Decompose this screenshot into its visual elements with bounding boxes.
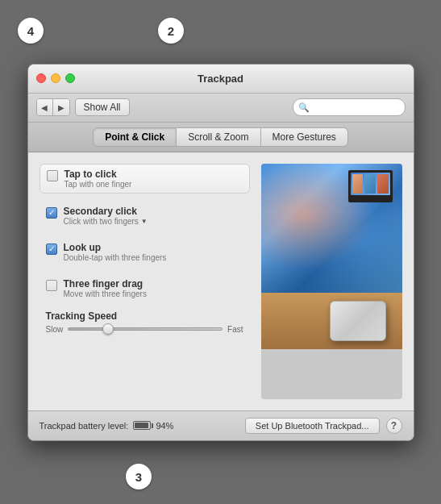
tracking-slider-track[interactable] bbox=[68, 327, 223, 331]
battery-label: Trackpad battery level: bbox=[40, 421, 129, 431]
three-finger-drag-checkbox-wrap bbox=[46, 280, 57, 291]
tap-to-click-checkbox-wrap bbox=[47, 170, 58, 181]
trackpad-window: Trackpad ◀ ▶ Show All 🔍 Point & Click Sc… bbox=[27, 64, 414, 441]
close-button[interactable] bbox=[36, 73, 46, 83]
secondary-click-desc: Click with two fingers ▼ bbox=[64, 217, 148, 226]
search-icon: 🔍 bbox=[298, 102, 310, 113]
tab-scroll-zoom[interactable]: Scroll & Zoom bbox=[177, 127, 260, 147]
three-finger-drag-title: Three finger drag bbox=[64, 278, 147, 289]
look-up-desc: Double-tap with three fingers bbox=[64, 253, 167, 262]
look-up-text: Look up Double-tap with three fingers bbox=[64, 242, 167, 262]
tracking-slider-thumb[interactable] bbox=[102, 323, 114, 335]
trackpad-image-panel bbox=[261, 164, 402, 399]
bottom-buttons: Set Up Bluetooth Trackpad... ? bbox=[245, 418, 402, 434]
battery-percentage: 94% bbox=[156, 421, 173, 431]
tracking-speed-section: Tracking Speed Slow Fast bbox=[40, 310, 250, 334]
setup-bluetooth-button[interactable]: Set Up Bluetooth Trackpad... bbox=[245, 418, 380, 434]
option-three-finger-drag: Three finger drag Move with three finger… bbox=[40, 274, 250, 302]
titlebar: Trackpad bbox=[28, 65, 414, 94]
nav-buttons: ◀ ▶ bbox=[36, 98, 70, 116]
three-finger-drag-checkbox[interactable] bbox=[46, 280, 57, 291]
traffic-lights bbox=[36, 73, 75, 83]
tap-to-click-checkbox[interactable] bbox=[47, 170, 58, 181]
slider-container: Slow Fast bbox=[46, 325, 243, 334]
secondary-click-checkbox[interactable]: ✓ bbox=[46, 207, 57, 219]
look-up-title: Look up bbox=[64, 242, 167, 253]
callout-4: 4 bbox=[18, 18, 44, 44]
battery-icon bbox=[133, 421, 151, 430]
tap-to-click-desc: Tap with one finger bbox=[64, 180, 132, 189]
tab-point-click[interactable]: Point & Click bbox=[93, 127, 177, 147]
tap-to-click-text: Tap to click Tap with one finger bbox=[64, 169, 132, 189]
back-button[interactable]: ◀ bbox=[37, 99, 53, 115]
maximize-button[interactable] bbox=[65, 73, 75, 83]
look-up-checkbox-wrap: ✓ bbox=[46, 244, 57, 255]
secondary-click-title: Secondary click bbox=[64, 206, 148, 217]
mini-monitor bbox=[348, 170, 393, 202]
search-input[interactable] bbox=[313, 102, 400, 112]
mini-photo-3 bbox=[377, 174, 389, 194]
callout-2: 2 bbox=[158, 18, 184, 44]
mac-screen bbox=[261, 164, 402, 293]
mini-photo-2 bbox=[364, 174, 376, 194]
option-look-up: ✓ Look up Double-tap with three fingers bbox=[40, 238, 250, 266]
option-tap-to-click: Tap to click Tap with one finger bbox=[40, 164, 250, 194]
secondary-click-checkbox-wrap: ✓ bbox=[46, 207, 57, 219]
fast-label: Fast bbox=[227, 325, 243, 334]
battery-fill bbox=[135, 423, 148, 428]
photo-people bbox=[261, 212, 402, 293]
callout-3: 3 bbox=[126, 464, 152, 489]
secondary-click-text: Secondary click Click with two fingers ▼ bbox=[64, 206, 148, 226]
search-box: 🔍 bbox=[293, 98, 406, 116]
content-area: Tap to click Tap with one finger ✓ Secon… bbox=[28, 152, 414, 410]
slow-label: Slow bbox=[46, 325, 64, 334]
tracking-speed-label: Tracking Speed bbox=[46, 310, 243, 322]
trackpad-image bbox=[261, 164, 402, 349]
trackpad-device bbox=[330, 301, 386, 341]
tap-to-click-title: Tap to click bbox=[64, 169, 132, 180]
help-button[interactable]: ? bbox=[386, 418, 402, 434]
three-finger-drag-text: Three finger drag Move with three finger… bbox=[64, 278, 147, 298]
tabbar: Point & Click Scroll & Zoom More Gesture… bbox=[28, 123, 414, 152]
three-finger-drag-desc: Move with three fingers bbox=[64, 289, 147, 298]
options-panel: Tap to click Tap with one finger ✓ Secon… bbox=[40, 164, 250, 399]
battery-info: Trackpad battery level: 94% bbox=[40, 421, 174, 431]
mini-monitor-screen bbox=[351, 173, 390, 195]
look-up-checkbox[interactable]: ✓ bbox=[46, 244, 57, 255]
tab-more-gestures[interactable]: More Gestures bbox=[261, 127, 348, 147]
wood-surface bbox=[261, 293, 402, 349]
secondary-click-dropdown-arrow[interactable]: ▼ bbox=[141, 218, 148, 225]
minimize-button[interactable] bbox=[51, 73, 60, 83]
bottombar: Trackpad battery level: 94% Set Up Bluet… bbox=[28, 410, 414, 440]
option-secondary-click: ✓ Secondary click Click with two fingers… bbox=[40, 202, 250, 230]
toolbar: ◀ ▶ Show All 🔍 bbox=[28, 94, 414, 123]
show-all-button[interactable]: Show All bbox=[75, 98, 130, 116]
mini-photo-1 bbox=[352, 174, 364, 194]
window-title: Trackpad bbox=[198, 73, 243, 85]
forward-button[interactable]: ▶ bbox=[53, 99, 69, 115]
